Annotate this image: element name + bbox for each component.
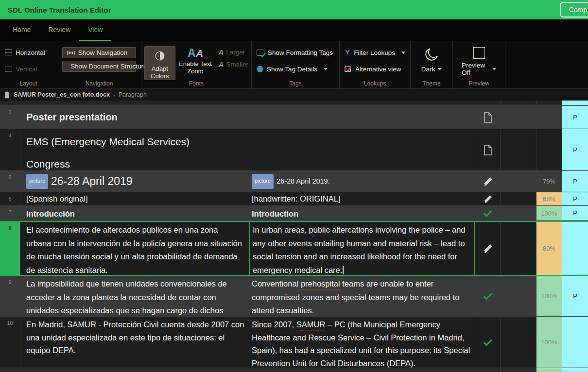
theme-selector[interactable]: Dark bbox=[411, 46, 452, 73]
ribbon-tab-bar: Home Review View bbox=[0, 19, 588, 41]
ribbon-filler bbox=[505, 41, 588, 88]
tags-group-label: Tags bbox=[252, 80, 339, 87]
source-cell[interactable]: Introducción bbox=[20, 206, 249, 220]
segment-row-11-partial bbox=[0, 368, 588, 372]
target-cell[interactable] bbox=[249, 106, 475, 129]
tag-details-icon bbox=[257, 66, 263, 72]
status-cell bbox=[475, 317, 501, 368]
breadcrumb-section: Paragraph bbox=[119, 91, 147, 98]
show-formatting-tags-button[interactable]: Show Formatting Tags bbox=[252, 46, 339, 59]
source-cell[interactable]: EMS (Emergency Medical Services) Congres… bbox=[20, 129, 249, 170]
structure-cell: P bbox=[562, 106, 588, 129]
match-cell: 100% bbox=[536, 276, 562, 316]
adapt-colors-button[interactable]: Adapt Colors bbox=[144, 46, 175, 80]
tab-review[interactable]: Review bbox=[39, 19, 79, 41]
enable-text-zoom-button[interactable]: AA Enable Text Zoom bbox=[175, 46, 216, 80]
check-icon bbox=[483, 209, 493, 217]
source-cell[interactable]: El acontecimiento de altercados públicos… bbox=[20, 222, 249, 275]
match-cell bbox=[536, 129, 562, 170]
pencil-icon bbox=[484, 195, 492, 203]
preview-group-label: Preview bbox=[453, 80, 505, 87]
structure-cell bbox=[562, 317, 588, 368]
target-cell-editing[interactable]: In urban areas, public altercations invo… bbox=[249, 222, 475, 275]
vertical-layout-button[interactable]: Vertical bbox=[0, 63, 57, 75]
text-zoom-icon: AA bbox=[188, 49, 204, 58]
segment-number: 4 bbox=[0, 129, 20, 170]
segment-row-5: 5 picture 26-28 April 2019 picture 26-28… bbox=[0, 171, 588, 192]
target-cell[interactable]: Introduction bbox=[249, 206, 475, 220]
status-cell bbox=[475, 106, 501, 129]
pencil-icon bbox=[483, 244, 493, 254]
breadcrumb-file[interactable]: SAMUR Poster_es_con foto.docx bbox=[14, 91, 110, 98]
status-cell bbox=[475, 192, 501, 205]
structure-cell: P bbox=[562, 276, 588, 316]
document-icon bbox=[484, 112, 492, 123]
app-header: SDL Online Translation Editor Comp bbox=[0, 0, 588, 19]
source-cell[interactable]: La imposibilidad que tienen unidades con… bbox=[20, 276, 249, 316]
source-cell[interactable]: Poster presentation bbox=[20, 106, 249, 129]
font-larger-button[interactable]: ↑A Larger bbox=[215, 48, 248, 56]
show-navigation-button[interactable]: Show Navigation bbox=[62, 47, 136, 58]
breadcrumb: SAMUR Poster_es_con foto.docx › Paragrap… bbox=[0, 89, 588, 101]
chevron-down-icon bbox=[492, 68, 496, 70]
document-icon bbox=[484, 145, 492, 155]
font-smaller-icon: ↓A bbox=[215, 60, 224, 68]
show-tag-details-button[interactable]: Show Tag Details bbox=[252, 63, 339, 75]
segment-grid: 3 Poster presentation P 4 EMS (Emergency… bbox=[0, 101, 588, 372]
source-cell[interactable]: En Madrid, SAMUR - Protección Civil cuen… bbox=[20, 317, 249, 368]
status-cell bbox=[475, 222, 501, 275]
tab-home[interactable]: Home bbox=[4, 19, 39, 41]
match-cell bbox=[536, 368, 562, 372]
match-cell: 79% bbox=[536, 171, 562, 192]
show-document-structure-button[interactable]: Show Document Structure bbox=[62, 61, 136, 72]
ribbon-group-fonts: Adapt Colors AA Enable Text Zoom ↑A Larg… bbox=[141, 41, 252, 88]
misspelled-word: SAMUR bbox=[296, 320, 326, 329]
source-cell[interactable]: [Spanish original] bbox=[20, 192, 249, 205]
ribbon-group-theme: Dark Theme bbox=[411, 41, 453, 88]
alternative-view-button[interactable]: Alternative view bbox=[340, 63, 410, 75]
target-cell[interactable]: Conventional prehospital teams are unabl… bbox=[249, 276, 475, 316]
segment-number: 5 bbox=[0, 171, 20, 192]
structure-cell bbox=[562, 222, 588, 275]
structure-cell: P bbox=[562, 129, 588, 170]
target-cell[interactable] bbox=[249, 129, 475, 170]
source-cell[interactable]: picture 26-28 April 2019 bbox=[20, 171, 249, 192]
structure-cell: P bbox=[562, 206, 588, 220]
ribbon-group-lookups: Filter Lookups Alternative view Lookups bbox=[340, 41, 411, 88]
complete-button[interactable]: Comp bbox=[560, 2, 588, 17]
target-cell[interactable]: [handwritten: ORIGINAL] bbox=[249, 192, 475, 205]
app-title: SDL Online Translation Editor bbox=[8, 6, 111, 14]
structure-cell: P bbox=[562, 171, 588, 192]
segment-row-4: 4 EMS (Emergency Medical Services) Congr… bbox=[0, 129, 588, 171]
ribbon-group-tags: Show Formatting Tags Show Tag Details Ta… bbox=[252, 41, 340, 88]
tab-view[interactable]: View bbox=[79, 19, 111, 41]
vertical-split-icon bbox=[5, 66, 12, 72]
filter-funnel-icon bbox=[345, 49, 350, 56]
pencil-icon bbox=[483, 177, 493, 186]
font-smaller-button[interactable]: ↓A Smaller bbox=[215, 60, 248, 68]
segment-number: 8 bbox=[0, 222, 20, 275]
match-cell: 80% bbox=[536, 222, 562, 275]
check-icon bbox=[483, 338, 493, 346]
check-icon bbox=[483, 292, 493, 300]
segment-row-10: 10 En Madrid, SAMUR - Protección Civil c… bbox=[0, 317, 588, 368]
target-cell[interactable]: Since 2007, SAMUR – PC (the Municipal Em… bbox=[249, 317, 475, 368]
alternative-view-icon bbox=[345, 66, 352, 72]
moon-icon bbox=[423, 46, 440, 63]
horizontal-split-icon bbox=[5, 50, 12, 55]
lookups-group-label: Lookups bbox=[340, 80, 410, 87]
fonts-group-label: Fonts bbox=[141, 80, 251, 87]
preview-selector[interactable]: Preview Off bbox=[453, 46, 505, 76]
chevron-right-icon: › bbox=[113, 91, 115, 99]
ribbon-group-navigation: Show Navigation Show Document Structure … bbox=[57, 41, 141, 88]
navigation-panel-icon bbox=[67, 51, 75, 55]
filter-lookups-button[interactable]: Filter Lookups bbox=[340, 46, 410, 59]
status-cell bbox=[475, 206, 501, 220]
match-cell: 100% bbox=[536, 206, 562, 220]
target-cell[interactable]: picture 26-28 April 2019. bbox=[249, 171, 475, 192]
ribbon: Horizontal Vertical Layout Show Navigati… bbox=[0, 41, 588, 89]
segment-row-9: 9 La imposibilidad que tienen unidades c… bbox=[0, 276, 588, 317]
horizontal-layout-button[interactable]: Horizontal bbox=[0, 46, 57, 59]
misspelled-word: DEPA bbox=[389, 359, 411, 368]
segment-number: 9 bbox=[0, 276, 20, 316]
